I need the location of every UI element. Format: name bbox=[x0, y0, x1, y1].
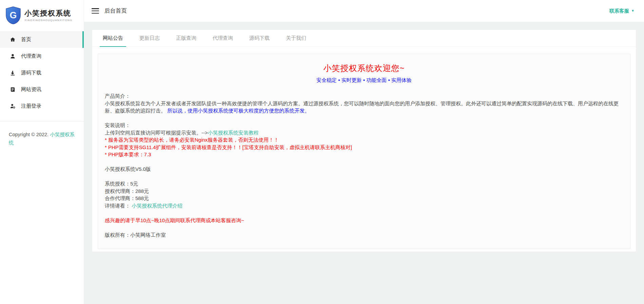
brand-text: 小笑授权系统 XIAOXIAOSHOUQUANXITONG bbox=[24, 9, 72, 22]
sidebar: G 小笑授权系统 XIAOXIAOSHOUQUANXITONG 首页 代理查询 … bbox=[0, 0, 84, 304]
announcement-blank-line bbox=[105, 224, 623, 231]
announcement-link[interactable]: 小笑授权系统安装教程 bbox=[208, 130, 259, 136]
announcement-line: 授权代理商：288元 bbox=[105, 187, 623, 195]
announcement-subtitle: 安全稳定 • 实时更新 • 功能全面 • 实用体验 bbox=[105, 77, 623, 84]
announcement-line: * PHP需要支持SG11.4扩展组件，安装前请核查是否支持！！[宝塔支持自助安… bbox=[105, 144, 623, 151]
announcement-text: * 服务器为宝塔类型的站长，请务必安装Nginx服务器套装，否则无法使用！！ bbox=[105, 137, 279, 143]
sidebar-menu: 首页 代理查询 源码下载 网站资讯 注册登录 bbox=[0, 31, 84, 114]
page-title: 后台首页 bbox=[104, 7, 127, 15]
tab-label: 网站公告 bbox=[103, 35, 123, 41]
announcement-text: 详情请看： bbox=[105, 203, 132, 209]
news-icon bbox=[9, 87, 16, 93]
announcement-line: 感兴趣的请于早10点~晚10点期间联系代理商或本站客服咨询~ bbox=[105, 217, 623, 224]
announcement-text: * PHP需要支持SG11.4扩展组件，安装前请核查是否支持！！[宝塔支持自助安… bbox=[105, 144, 352, 150]
announcement-line: 上传到空间后直接访问即可根据提示安装。-->小笑授权系统安装教程 bbox=[105, 129, 623, 137]
tab-label: 更新日志 bbox=[139, 35, 160, 41]
download-icon bbox=[9, 70, 16, 76]
sidebar-item-source-download[interactable]: 源码下载 bbox=[0, 65, 84, 81]
tab-update-log[interactable]: 更新日志 bbox=[134, 30, 165, 47]
user-gear-icon bbox=[9, 103, 16, 109]
copyright: Copyright © 2022. 小笑授权系统 bbox=[0, 122, 84, 147]
content-card: 网站公告 更新日志 正版查询 代理查询 源码下载 关于我们 小笑授权系统欢迎您~… bbox=[92, 30, 636, 252]
announcement-blank-line bbox=[105, 209, 623, 217]
contact-support-label: 联系客服 bbox=[609, 8, 629, 14]
tab-source-download[interactable]: 源码下载 bbox=[244, 30, 275, 47]
announcement-text: 感兴趣的请于早10点~晚10点期间联系代理商或本站客服咨询~ bbox=[105, 217, 244, 223]
announcement-blank-line bbox=[105, 158, 623, 166]
announcement-text: 系统授权：5元 bbox=[105, 181, 138, 186]
sidebar-item-label: 网站资讯 bbox=[21, 86, 41, 93]
announcement-text: 版权所有：小笑网络工作室 bbox=[105, 232, 166, 238]
brand-title: 小笑授权系统 bbox=[24, 9, 72, 18]
tab-agent-query[interactable]: 代理查询 bbox=[208, 30, 238, 47]
announcement-text: * PHP版本要求：7.3 bbox=[105, 151, 151, 157]
announcement-text: 安装说明： bbox=[105, 122, 130, 128]
tab-bar: 网站公告 更新日志 正版查询 代理查询 源码下载 关于我们 bbox=[92, 30, 636, 47]
announcement-blank-line bbox=[105, 173, 623, 180]
tab-label: 关于我们 bbox=[286, 35, 306, 41]
announcement-line: * PHP版本要求：7.3 bbox=[105, 151, 623, 158]
announcement-body: 产品简介：小笑授权系统旨在为个人开发者或者开发团队提供一种高效便捷的管理个人源码… bbox=[105, 92, 623, 238]
copyright-text: Copyright © 2022. bbox=[9, 132, 50, 137]
brand: G 小笑授权系统 XIAOXIAOSHOUQUANXITONG bbox=[0, 0, 84, 31]
announcement-line: * 服务器为宝塔类型的站长，请务必安装Nginx服务器套装，否则无法使用！！ bbox=[105, 136, 623, 144]
tab-site-announcement[interactable]: 网站公告 bbox=[98, 30, 128, 47]
tab-label: 正版查询 bbox=[176, 35, 196, 41]
menu-toggle-icon[interactable] bbox=[92, 8, 99, 14]
announcement-title: 小笑授权系统欢迎您~ bbox=[105, 63, 623, 74]
announcement-line: 详情请看： 小笑授权系统代理介绍 bbox=[105, 202, 623, 210]
announcement-panel: 小笑授权系统欢迎您~ 安全稳定 • 实时更新 • 功能全面 • 实用体验 产品简… bbox=[98, 54, 630, 249]
sidebar-item-home[interactable]: 首页 bbox=[0, 31, 84, 48]
caret-down-icon: ▼ bbox=[631, 9, 635, 13]
announcement-line: 小笑授权系统旨在为个人开发者或者开发团队提供一种高效便捷的管理个人源码的方案。通… bbox=[105, 100, 623, 114]
announcement-text: 授权代理商：288元 bbox=[105, 188, 149, 194]
contact-support-button[interactable]: 联系客服 ▼ bbox=[609, 8, 635, 14]
announcement-text: 所以说，使用小笑授权系统便可极大程度的方便您的系统开发。 bbox=[166, 108, 310, 113]
announcement-text: 产品简介： bbox=[105, 93, 130, 99]
announcement-text: 合作代理商：588元 bbox=[105, 195, 149, 201]
tab-about-us[interactable]: 关于我们 bbox=[281, 30, 311, 47]
brand-subtitle: XIAOXIAOSHOUQUANXITONG bbox=[24, 19, 72, 22]
announcement-line: 安装说明： bbox=[105, 122, 623, 129]
home-icon bbox=[9, 37, 16, 43]
user-icon bbox=[9, 53, 16, 59]
sidebar-item-label: 源码下载 bbox=[21, 70, 41, 76]
sidebar-item-label: 注册登录 bbox=[21, 103, 41, 109]
sidebar-item-register-login[interactable]: 注册登录 bbox=[0, 98, 84, 114]
content-area: 网站公告 更新日志 正版查询 代理查询 源码下载 关于我们 小笑授权系统欢迎您~… bbox=[84, 22, 644, 304]
announcement-line: 小笑授权系统V5.0版 bbox=[105, 165, 623, 173]
sidebar-item-label: 代理查询 bbox=[21, 53, 41, 59]
announcement-line: 产品简介： bbox=[105, 92, 623, 100]
svg-text:G: G bbox=[10, 10, 17, 20]
announcement-line: 系统授权：5元 bbox=[105, 180, 623, 187]
announcement-link[interactable]: 小笑授权系统代理介绍 bbox=[132, 203, 182, 209]
tab-label: 代理查询 bbox=[213, 35, 233, 41]
sidebar-item-agent-query[interactable]: 代理查询 bbox=[0, 48, 84, 65]
announcement-text: 小笑授权系统V5.0版 bbox=[105, 166, 151, 172]
tab-label: 源码下载 bbox=[249, 35, 270, 41]
tab-genuine-query[interactable]: 正版查询 bbox=[171, 30, 201, 47]
announcement-blank-line bbox=[105, 114, 623, 122]
announcement-line: 版权所有：小笑网络工作室 bbox=[105, 231, 623, 239]
announcement-text: 上传到空间后直接访问即可根据提示安装。--> bbox=[105, 130, 208, 136]
sidebar-item-site-news[interactable]: 网站资讯 bbox=[0, 81, 84, 98]
main-column: 后台首页 联系客服 ▼ 网站公告 更新日志 正版查询 代理查询 源码下载 关于我… bbox=[84, 0, 644, 304]
sidebar-item-label: 首页 bbox=[21, 36, 31, 43]
brand-shield-icon: G bbox=[5, 6, 21, 24]
topbar: 后台首页 联系客服 ▼ bbox=[84, 0, 644, 22]
announcement-line: 合作代理商：588元 bbox=[105, 195, 623, 202]
